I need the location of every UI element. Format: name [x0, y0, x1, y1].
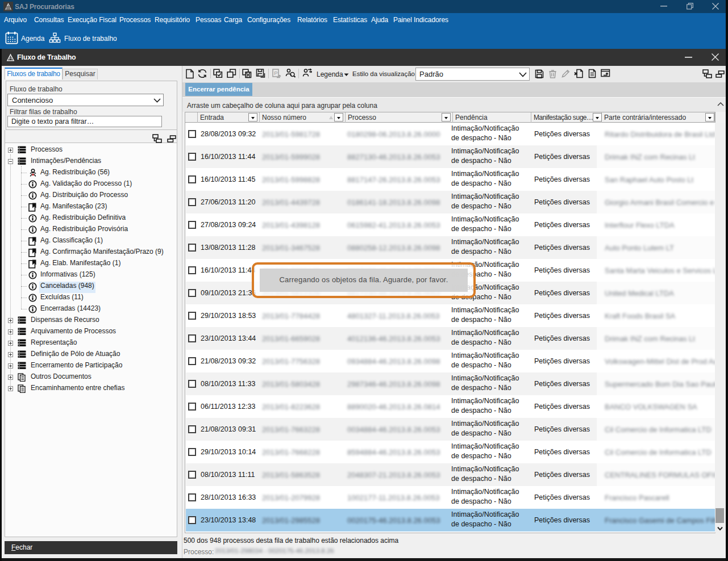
svg-text:P: P	[274, 70, 277, 76]
